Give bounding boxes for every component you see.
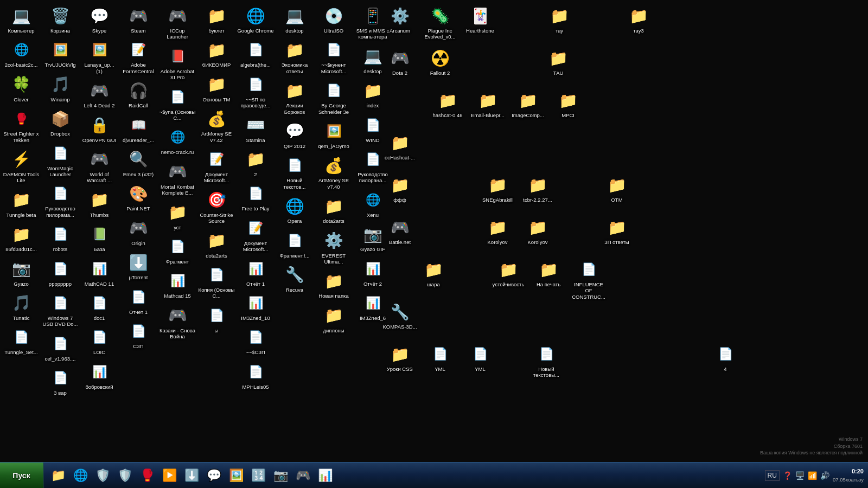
icon-otchet1b[interactable]: 📊Отчёт 1 xyxy=(236,256,275,289)
icon-tunngleset[interactable]: 📄Tunngle_Set... xyxy=(2,324,41,357)
icon-2col[interactable]: 🌐2col-basic2c... xyxy=(2,37,41,70)
icon-george[interactable]: 📄By George Schneider 3e xyxy=(314,78,353,117)
taskbar-icon-steam[interactable]: 🎮 xyxy=(292,465,313,486)
icon-ochashcat[interactable]: 📁ocHashcat-... xyxy=(380,130,419,163)
icon-ust[interactable]: 📁уст xyxy=(158,200,197,233)
icon-3pansw[interactable]: 📁3П ответы xyxy=(597,214,636,247)
icon-dota2arts1[interactable]: 📁dota2arts xyxy=(197,228,236,261)
icon-napechat[interactable]: 📁На печать xyxy=(529,256,568,302)
icon-iccup[interactable]: 🎮ICCup Launcher xyxy=(158,3,197,42)
icon-artmoney740[interactable]: 💰ArtMoney SE v7.40 xyxy=(314,152,353,192)
icon-doc1[interactable]: 📄doc1 xyxy=(80,290,119,323)
icon-artmoney742[interactable]: 💰ArtMoney SE v7.42 xyxy=(197,106,236,145)
icon-emex[interactable]: 🔍Emex 3 (x32) xyxy=(119,146,158,179)
icon-pravo[interactable]: 📄~~$П по правоведе... xyxy=(236,72,275,111)
taskbar-icon-skype[interactable]: 💬 xyxy=(203,465,224,486)
icon-folder2[interactable]: 📁2 xyxy=(236,146,275,179)
icon-raidcall[interactable]: 🎧RaidCall xyxy=(119,78,158,111)
lang-indicator[interactable]: RU xyxy=(765,470,780,481)
icon-css[interactable]: 🎯Counter-Strike Source xyxy=(197,187,236,227)
icon-steam[interactable]: 🎮Steam xyxy=(119,3,158,36)
icon-thumbs[interactable]: 📁Thumbs xyxy=(80,187,119,220)
icon-newtxt2[interactable]: 📄Новый текстовы... xyxy=(527,341,566,381)
icon-fragmentf[interactable]: 📄Фрагмент.f... xyxy=(275,228,314,261)
icon-yml1[interactable]: 📄YML xyxy=(420,341,459,374)
icon-rukovod[interactable]: 📄Руководство пилорама... xyxy=(41,181,80,220)
taskbar-icon-mk[interactable]: 🥊 xyxy=(137,465,157,486)
icon-korolyov1[interactable]: 📁Korolyov xyxy=(478,214,517,247)
icon-paintnet[interactable]: 🎨Paint.NET xyxy=(119,181,158,214)
icon-computer[interactable]: 💻Компьютер xyxy=(2,3,41,36)
icon-adobeforms[interactable]: 📝Adobe FormsCentral xyxy=(119,37,158,76)
taskbar-icon-calc[interactable]: 🔢 xyxy=(248,465,269,486)
icon-ultraiso[interactable]: 💿UltraISO xyxy=(314,3,353,36)
icon-acrobat[interactable]: 📕Adobe Acrobat XI Pro xyxy=(158,43,197,83)
taskbar-icon-malware[interactable]: 🛡️ xyxy=(114,465,135,486)
icon-dota2[interactable]: 🎮Dota 2 xyxy=(380,45,419,78)
taskbar-icon-media[interactable]: ▶️ xyxy=(159,465,180,486)
icon-urokicss[interactable]: 📁Уроки CSS xyxy=(380,341,419,374)
icon-qip2012[interactable]: 💬QIP 2012 xyxy=(275,118,314,151)
icon-im3zned10[interactable]: 📊IM3Zned_10 xyxy=(236,290,275,323)
icon-djvu[interactable]: 📖djvureader_... xyxy=(119,112,158,145)
taskbar-icon-kaspersky[interactable]: 🛡️ xyxy=(92,465,113,486)
icon-fragment[interactable]: 📄Фрагмент xyxy=(158,234,197,267)
icon-tunatic[interactable]: 🎵Tunatic xyxy=(2,290,41,323)
icon-recuva[interactable]: 🔧Recuva xyxy=(275,262,314,295)
icon-openvpn[interactable]: 🔒OpenVPN GUI xyxy=(80,112,119,145)
icon-winamp[interactable]: 🎵Winamp xyxy=(41,72,80,105)
icon-korolyov2[interactable]: 📁Korolyov xyxy=(518,214,557,247)
icon-buklet[interactable]: 📁буклет xyxy=(197,3,236,36)
icon-opera[interactable]: 🌐Opera xyxy=(275,193,314,226)
icon-plagueinc[interactable]: 🦠Plague Inc Evolved_v0... xyxy=(420,3,459,42)
icon-otchet1[interactable]: 📄Отчёт 1 xyxy=(119,284,158,317)
taskbar-icon-images[interactable]: 🖼️ xyxy=(226,465,246,486)
taskbar-icon-excel[interactable]: 📊 xyxy=(315,465,335,486)
icon-dropbox[interactable]: 📦Dropbox xyxy=(41,106,80,139)
taskbar-icon-utorrent[interactable]: ⬇️ xyxy=(181,465,202,486)
icon-szp2[interactable]: 📄~~$СЗП xyxy=(236,324,275,357)
icon-hashcat[interactable]: 📁hashcat-0.46 xyxy=(428,87,467,120)
clock-display[interactable]: 0:20 07.05хоатьзу xyxy=(833,467,864,483)
taskbar-icon-explorer[interactable]: 📁 xyxy=(48,465,68,486)
icon-trvujuc[interactable]: 🖼️TrvUJUCkVlg xyxy=(41,37,80,70)
icon-battlenet[interactable]: 🎮Battle.net xyxy=(380,214,419,247)
icon-docms[interactable]: 📝Документ Microsoft... xyxy=(197,146,236,186)
icon-freetoplay[interactable]: 📄Free to Play xyxy=(236,181,275,214)
icon-emailbluepr[interactable]: 📁Email-Blueрr... xyxy=(468,87,507,120)
icon-osnovitm[interactable]: 📁Основы ТМ xyxy=(197,72,236,105)
icon-ms3[interactable]: 📄~~$кунент Microsoft... xyxy=(314,37,353,76)
icon-lanaya[interactable]: 🖼️Lanaya_up... (1) xyxy=(80,37,119,76)
icon-skype[interactable]: 💬Skype xyxy=(80,3,119,36)
icon-influence[interactable]: 📄INFLUENCE OF CONSTRUC... xyxy=(569,256,608,302)
icon-stamina[interactable]: ⌨️Stamina xyxy=(236,112,275,145)
icon-chrome[interactable]: 🌐Google Chrome xyxy=(236,3,275,36)
icon-86fd[interactable]: 📁86fd34d01c... xyxy=(2,221,41,254)
icon-mpci[interactable]: 📁MPCI xyxy=(548,87,588,120)
icon-streetfighter[interactable]: 🥊Street Fighter x Tekken xyxy=(2,106,41,145)
icon-yml2[interactable]: 📄YML xyxy=(461,341,500,374)
icon-desktop1[interactable]: 💻desktop xyxy=(275,3,314,36)
icon-kompas[interactable]: 🔧KOMPAS-3D... xyxy=(380,299,419,332)
icon-diplony[interactable]: 📁диплоны xyxy=(314,303,353,336)
volume-icon[interactable]: 🔊 xyxy=(820,471,829,480)
icon-cef[interactable]: 📄cef_v1.963.... xyxy=(41,331,80,364)
icon-win7usb[interactable]: 📄Windows 7 USB DVD Do... xyxy=(41,290,80,330)
icon-cossacks[interactable]: 🎮Казаки - Снова Война xyxy=(158,303,197,342)
icon-mphleis[interactable]: 📄MPHLeis05 xyxy=(236,359,275,392)
icon-everest[interactable]: ⚙️EVEREST Ultima... xyxy=(314,228,353,267)
icon-tau-folder[interactable]: 📁ТАU xyxy=(539,45,578,78)
icon-algebra[interactable]: 📄algebra(the... xyxy=(236,37,275,70)
start-button[interactable]: Пуск xyxy=(0,463,43,489)
icon-newtxt[interactable]: 📄Новый текстов... xyxy=(275,152,314,192)
icon-arcanum[interactable]: ⚙️Arcanum xyxy=(380,3,419,42)
monitor-icon[interactable]: 🖥️ xyxy=(795,471,805,480)
icon-mathcad15[interactable]: 📊Mathcad 15 xyxy=(158,268,197,301)
icon-yna[interactable]: 📄~$yna (Основы С... xyxy=(158,84,197,124)
icon-utorrent[interactable]: ⬇️µTorrent xyxy=(119,249,158,282)
icon-fff[interactable]: 📁ффф xyxy=(380,172,419,205)
icon-rrrr[interactable]: 📄рррррррр xyxy=(41,256,80,289)
icon-gyazo[interactable]: 📷Gyazo xyxy=(2,256,41,289)
icon-daemon[interactable]: ⚡DAEMON Tools Lite xyxy=(2,146,41,186)
icon-tunngle[interactable]: 📁Tunngle beta xyxy=(2,187,41,220)
